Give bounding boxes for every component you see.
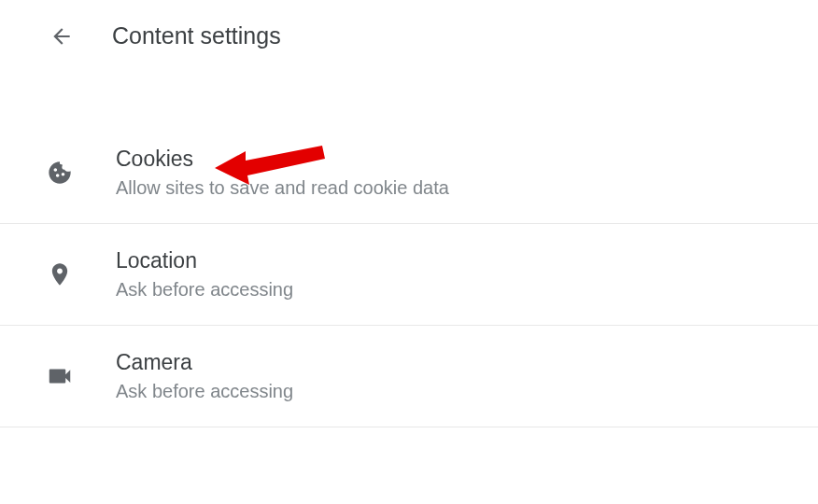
setting-text: Location Ask before accessing [116,248,293,301]
camera-icon [45,361,75,391]
setting-row-location[interactable]: Location Ask before accessing [0,224,818,326]
setting-text: Cookies Allow sites to save and read coo… [116,147,449,199]
page-title: Content settings [112,22,281,49]
location-icon [45,259,75,289]
setting-row-cookies[interactable]: Cookies Allow sites to save and read coo… [0,122,818,224]
setting-title: Location [116,248,293,273]
settings-list: Cookies Allow sites to save and read coo… [0,122,818,427]
header: Content settings [0,0,818,72]
setting-subtitle: Allow sites to save and read cookie data [116,177,449,199]
setting-title: Camera [116,350,293,375]
arrow-left-icon [49,24,74,49]
setting-row-camera[interactable]: Camera Ask before accessing [0,326,818,427]
cookie-icon [45,158,75,188]
setting-title: Cookies [116,147,449,172]
setting-subtitle: Ask before accessing [116,279,293,301]
back-button[interactable] [49,23,75,49]
setting-text: Camera Ask before accessing [116,350,293,402]
setting-subtitle: Ask before accessing [116,381,293,402]
